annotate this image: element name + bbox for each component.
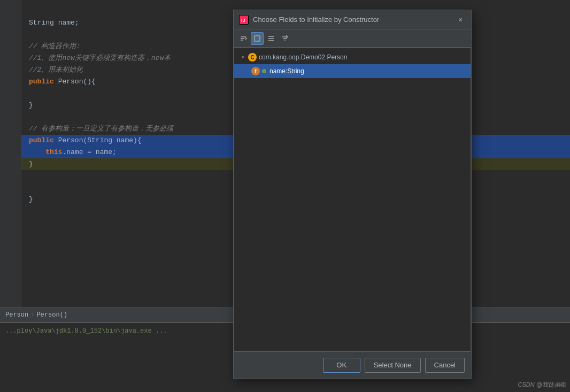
tree-arrow-down: ▾	[238, 53, 247, 62]
toolbar-collapse-button[interactable]	[279, 32, 291, 45]
svg-text:IJ: IJ	[241, 18, 245, 23]
sort-icon	[240, 35, 247, 42]
field-dot	[262, 69, 266, 73]
dialog-toolbar	[234, 29, 471, 48]
ok-button[interactable]: OK	[323, 358, 360, 373]
dialog-titlebar: IJ Choose Fields to Initialize by Constr…	[234, 10, 471, 29]
expand-icon	[267, 35, 275, 42]
check-icon	[253, 35, 261, 42]
svg-rect-6	[255, 36, 260, 41]
dialog-title: Choose Fields to Initialize by Construct…	[253, 16, 455, 24]
tree-root-item[interactable]: ▾ C com.kang.oop.Demo02.Person	[234, 50, 471, 64]
dialog-choose-fields: IJ Choose Fields to Initialize by Constr…	[233, 10, 472, 379]
collapse-icon	[281, 35, 289, 42]
dialog-close-button[interactable]: ×	[455, 14, 466, 25]
tree-root: ▾ C com.kang.oop.Demo02.Person f name:St…	[234, 48, 471, 80]
tree-root-label: com.kang.oop.Demo02.Person	[259, 53, 347, 61]
dialog-footer: OK Select None Cancel	[234, 351, 471, 378]
field-badge: f	[251, 67, 260, 75]
cancel-button[interactable]: Cancel	[425, 358, 465, 373]
toolbar-check-button[interactable]	[251, 32, 264, 45]
dialog-field-list[interactable]: ▾ C com.kang.oop.Demo02.Person f name:St…	[234, 48, 471, 351]
dialog-icon: IJ	[239, 15, 249, 25]
tree-field-label: name:String	[269, 67, 304, 75]
tree-field-item[interactable]: f name:String	[234, 64, 471, 78]
toolbar-sort-button[interactable]	[237, 32, 250, 45]
toolbar-expand-button[interactable]	[265, 32, 278, 45]
select-none-button[interactable]: Select None	[365, 358, 421, 373]
dialog-overlay: IJ Choose Fields to Initialize by Constr…	[0, 0, 570, 392]
class-badge: C	[248, 53, 257, 62]
